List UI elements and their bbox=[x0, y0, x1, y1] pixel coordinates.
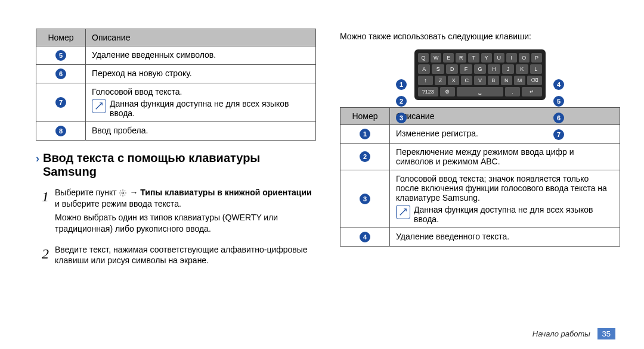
key: D bbox=[446, 64, 458, 74]
callout-2-icon: 2 bbox=[396, 96, 407, 107]
mode-key: ?123 bbox=[418, 87, 438, 96]
cell-desc: Ввод пробела. bbox=[86, 122, 316, 141]
key: U bbox=[494, 53, 504, 63]
circled-8-icon: 8 bbox=[55, 126, 66, 136]
callout-6-icon: 6 bbox=[553, 113, 564, 123]
keyboard-figure: Q W E R T Y U I O P A S D F G H bbox=[400, 49, 561, 100]
enter-key: ↵ bbox=[522, 87, 542, 96]
key: F bbox=[460, 64, 472, 74]
right-table: Номер Описание 1 Изменение регистра. 2 П… bbox=[340, 107, 620, 247]
circled-3-icon: 3 bbox=[360, 194, 370, 204]
step-number: 1 bbox=[36, 187, 55, 237]
callout-5-icon: 5 bbox=[553, 96, 564, 107]
key: O bbox=[519, 53, 530, 63]
key: V bbox=[474, 76, 485, 85]
step-text: и выберите режим ввода текста. bbox=[55, 199, 181, 208]
right-th-num: Номер bbox=[340, 107, 390, 124]
backspace-key: ⌫ bbox=[527, 76, 542, 85]
step-1: 1 Выберите пункт → Типы клавиатуры в кни… bbox=[36, 187, 316, 237]
note-text: Данная функция доступна не для всех язык… bbox=[110, 99, 309, 118]
space-key: ␣ bbox=[457, 87, 503, 96]
table-row: 4 Удаление введенного текста. bbox=[340, 228, 620, 246]
key: G bbox=[474, 64, 486, 74]
keyboard: Q W E R T Y U I O P A S D F G H bbox=[414, 49, 546, 100]
note-icon bbox=[92, 99, 106, 113]
key: M bbox=[514, 76, 525, 85]
keyboard-row: Q W E R T Y U I O P bbox=[418, 53, 542, 63]
key: T bbox=[468, 53, 479, 63]
page: Номер Описание 5 Удаление введенных симв… bbox=[0, 0, 644, 349]
key: A bbox=[418, 64, 430, 74]
left-column: Номер Описание 5 Удаление введенных симв… bbox=[36, 29, 316, 331]
cell-text: Голосовой ввод текста. bbox=[92, 87, 309, 96]
table-row: 5 Удаление введенных символов. bbox=[36, 46, 316, 65]
footer-label: Начало работы bbox=[532, 329, 590, 338]
step-extra: Можно выбрать один из типов клавиатуры (… bbox=[55, 212, 316, 235]
key: N bbox=[501, 76, 512, 85]
table-row: 8 Ввод пробела. bbox=[36, 122, 316, 141]
note-text: Данная функция доступна не для всех язык… bbox=[414, 205, 614, 224]
table-row: 2 Переключение между режимом ввода цифр … bbox=[340, 143, 620, 170]
step-bold-text: Типы клавиатуры в книжной ориентации bbox=[140, 188, 311, 197]
note: Данная функция доступна не для всех язык… bbox=[92, 99, 309, 118]
left-th-desc: Описание bbox=[86, 29, 316, 46]
key: W bbox=[431, 53, 441, 63]
key: Z bbox=[435, 76, 446, 85]
key: H bbox=[488, 64, 500, 74]
cell-desc: Изменение регистра. bbox=[390, 124, 620, 143]
shift-key: ↑ bbox=[418, 76, 433, 85]
circled-1-icon: 1 bbox=[360, 129, 370, 139]
step-2: 2 Введите текст, нажимая соответствующие… bbox=[36, 244, 316, 267]
cell-desc: Голосовой ввод текста; значок появляется… bbox=[390, 170, 620, 228]
table-row: 1 Изменение регистра. bbox=[340, 124, 620, 143]
key: K bbox=[516, 64, 528, 74]
step-text: Выберите пункт bbox=[55, 188, 119, 197]
circled-2-icon: 2 bbox=[360, 151, 370, 162]
key: J bbox=[502, 64, 514, 74]
step-body: Введите текст, нажимая соответствующие а… bbox=[55, 244, 316, 267]
table-row: 3 Голосовой ввод текста; значок появляет… bbox=[340, 170, 620, 228]
section-title-text: Ввод текста с помощью клавиатуры Samsung bbox=[43, 151, 316, 179]
key: B bbox=[488, 76, 499, 85]
section-title: › Ввод текста с помощью клавиатуры Samsu… bbox=[36, 151, 316, 179]
table-row: 7 Голосовой ввод текста. Данная функция … bbox=[36, 83, 316, 122]
cell-desc: Переход на новую строку. bbox=[86, 65, 316, 83]
table-row: 6 Переход на новую строку. bbox=[36, 65, 316, 83]
key: R bbox=[456, 53, 466, 63]
page-number: 35 bbox=[597, 328, 615, 339]
keyboard-row: ↑ Z X C V B N M ⌫ bbox=[418, 76, 542, 85]
callouts-right: 4 5 6 7 bbox=[553, 79, 564, 140]
callout-7-icon: 7 bbox=[553, 129, 564, 140]
callout-4-icon: 4 bbox=[553, 79, 564, 90]
key: Q bbox=[418, 53, 429, 63]
key: I bbox=[506, 53, 517, 63]
key: P bbox=[531, 53, 542, 63]
circled-6-icon: 6 bbox=[55, 68, 66, 79]
key: S bbox=[432, 64, 444, 74]
step-text: Введите текст, нажимая соответствующие а… bbox=[55, 245, 308, 266]
page-footer: Начало работы 35 bbox=[532, 328, 615, 339]
left-table: Номер Описание 5 Удаление введенных симв… bbox=[36, 29, 316, 141]
left-th-num: Номер bbox=[36, 29, 86, 46]
cell-desc: Переключение между режимом ввода цифр и … bbox=[390, 143, 620, 170]
key: X bbox=[448, 76, 459, 85]
cell-desc: Голосовой ввод текста. Данная функция до… bbox=[86, 83, 316, 122]
keyboard-row: A S D F G H J K L bbox=[418, 64, 542, 74]
right-th-desc: Описание bbox=[390, 107, 620, 124]
step-number: 2 bbox=[36, 244, 55, 267]
key: L bbox=[530, 64, 542, 74]
circled-7-icon: 7 bbox=[55, 97, 66, 108]
step-body: Выберите пункт → Типы клавиатуры в книжн… bbox=[55, 187, 316, 237]
dot-key: . bbox=[505, 87, 521, 96]
intro-text: Можно также использовать следующие клави… bbox=[340, 31, 620, 42]
cell-desc: Удаление введенного текста. bbox=[390, 228, 620, 246]
step-text: → bbox=[129, 188, 140, 197]
cell-desc: Удаление введенных символов. bbox=[86, 46, 316, 65]
svg-point-0 bbox=[122, 192, 125, 195]
note-icon bbox=[396, 205, 410, 219]
keyboard-row: ?123 ⚙ ␣ . ↵ bbox=[418, 87, 542, 96]
key: E bbox=[443, 53, 454, 63]
settings-key: ⚙ bbox=[440, 87, 456, 96]
gear-icon bbox=[119, 189, 127, 197]
callouts-left: 1 2 3 bbox=[396, 79, 407, 123]
